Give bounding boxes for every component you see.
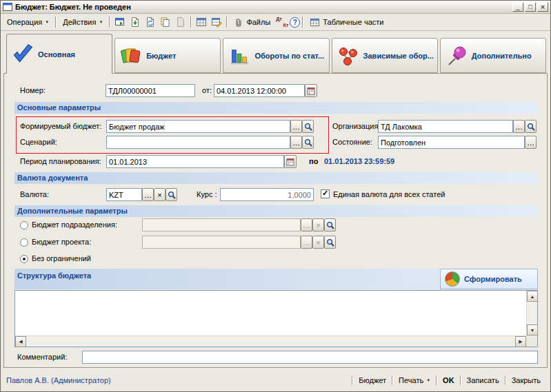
grid-icon (310, 17, 320, 28)
organization-select-button[interactable]: … (513, 120, 525, 133)
forming-budget-input[interactable] (106, 120, 290, 133)
state-input[interactable] (378, 136, 525, 149)
comment-input[interactable] (82, 351, 538, 364)
comment-label: Комментарий: (17, 353, 67, 361)
dept-budget-radio[interactable] (20, 221, 28, 229)
copy-icon (160, 17, 171, 28)
scroll-left-button[interactable]: ◀ (15, 336, 26, 347)
mark-deletion-button[interactable] (173, 15, 188, 29)
help-button[interactable]: ? (290, 17, 300, 28)
statusbar-separator (460, 375, 461, 385)
magnifier-icon (304, 138, 312, 147)
window-title: Бюджет: Бюджет. Не проведен (15, 3, 511, 11)
toolbar: Операция ▼ Действия ▼ (1, 14, 550, 31)
dept-budget-open-button[interactable] (324, 218, 336, 231)
horizontal-scrollbar[interactable]: ◀ ▶ (15, 336, 526, 347)
budget-structure-area[interactable]: ▲ ▼ ◀ ▶ (14, 290, 538, 347)
reread-button[interactable] (143, 15, 158, 29)
tab-dependent[interactable]: Зависимые обор... (332, 38, 438, 73)
rate-input[interactable] (220, 188, 314, 201)
section-main-params: Основные параметры (14, 102, 538, 114)
currency-open-button[interactable] (166, 188, 177, 201)
tab-turnovers[interactable]: Обороты по стат... (223, 38, 329, 73)
forming-budget-select-button[interactable]: … (290, 120, 302, 133)
minimize-button[interactable]: _ (512, 2, 523, 12)
check-icon (12, 43, 34, 65)
period-calendar-button[interactable] (284, 155, 297, 168)
dept-budget-input[interactable] (142, 218, 301, 231)
copy-button[interactable] (158, 15, 173, 29)
no-limits-label: Без ограничений (32, 254, 91, 262)
close-button[interactable]: × (537, 2, 548, 12)
currency-input[interactable] (106, 188, 142, 201)
single-currency-label: Единая валюта для всех статей (333, 190, 445, 198)
scenario-open-button[interactable] (302, 136, 314, 149)
scrollbar-corner (526, 336, 537, 347)
budget-button[interactable]: Бюджет (354, 374, 390, 386)
close-form-button[interactable]: Закрыть (508, 374, 545, 386)
magnifier-icon (168, 191, 176, 199)
scenario-select-button[interactable]: … (290, 136, 302, 149)
status-bar: Павлов А.В. (Администратор) Бюджет Печат… (1, 369, 550, 391)
vertical-scrollbar[interactable]: ▲ ▼ (526, 291, 537, 336)
currency-select-button[interactable]: … (142, 188, 154, 201)
check-icon: ✓ (322, 189, 328, 198)
period-input[interactable] (106, 155, 284, 168)
save-button[interactable]: Записать (463, 374, 503, 386)
calendar-icon (307, 87, 315, 95)
spheres-icon (337, 45, 359, 67)
tab-strip: Основная Бюджет Обороты по стат... (6, 34, 546, 74)
scroll-down-button[interactable]: ▼ (527, 324, 538, 336)
section-additional: Дополнительные параметры (14, 205, 538, 217)
scroll-right-button[interactable]: ▶ (515, 336, 526, 347)
post-document-button[interactable] (128, 15, 143, 29)
structure-button[interactable] (194, 15, 209, 29)
dt-kt-button[interactable]: Дт Кт (274, 15, 290, 29)
project-budget-input[interactable] (142, 236, 301, 249)
period-to-label: по (309, 157, 318, 165)
tab-main[interactable]: Основная (6, 34, 112, 74)
actions-menu-button[interactable]: Действия ▼ (59, 16, 107, 28)
scenario-input[interactable] (106, 136, 290, 149)
title-bar: Бюджет: Бюджет. Не проведен _ □ × (1, 1, 550, 14)
organization-input[interactable] (378, 120, 513, 133)
tab-additional[interactable]: Дополнительно (440, 38, 546, 73)
number-input[interactable] (106, 84, 195, 97)
save-and-close-button[interactable] (112, 15, 128, 29)
dept-budget-clear-button[interactable]: × (312, 218, 324, 231)
state-select-button[interactable]: … (525, 136, 537, 149)
tabular-parts-button[interactable]: Табличные части (305, 15, 388, 30)
statusbar-separator (352, 375, 353, 385)
currency-clear-button[interactable]: × (154, 188, 166, 201)
state-label: Состояние: (332, 138, 372, 146)
date-input[interactable] (214, 84, 305, 97)
print-button[interactable]: Печать ▼ (394, 374, 434, 386)
organization-open-button[interactable] (525, 120, 537, 133)
project-budget-open-button[interactable] (324, 236, 336, 249)
no-limits-radio[interactable] (20, 255, 28, 263)
operation-menu-button[interactable]: Операция ▼ (3, 16, 53, 28)
chevron-down-icon: ▼ (426, 378, 430, 382)
files-button[interactable]: Файлы (230, 15, 274, 30)
toolbar-separator (302, 17, 303, 28)
pushpin-icon (445, 45, 468, 67)
ok-button[interactable]: OK (439, 374, 459, 386)
window-icon (3, 3, 12, 11)
toolbar-separator (109, 17, 110, 28)
project-budget-clear-button[interactable]: × (312, 236, 324, 249)
dept-budget-select-button[interactable]: … (301, 218, 312, 231)
scroll-up-button[interactable]: ▲ (527, 291, 538, 302)
tab-budget[interactable]: Бюджет (114, 38, 221, 73)
project-budget-select-button[interactable]: … (301, 236, 312, 249)
maximize-button[interactable]: □ (525, 2, 536, 12)
forming-budget-open-button[interactable] (302, 120, 314, 133)
table-icon (196, 17, 207, 28)
single-currency-checkbox[interactable]: ✓ (321, 189, 330, 198)
generate-button[interactable]: Сформировать (440, 269, 538, 289)
calendar-icon (286, 158, 294, 166)
list-settings-button[interactable] (209, 15, 224, 29)
magnifier-icon (304, 123, 312, 131)
project-budget-radio[interactable] (20, 238, 28, 247)
date-calendar-button[interactable] (305, 84, 317, 97)
reread-icon (145, 17, 156, 28)
